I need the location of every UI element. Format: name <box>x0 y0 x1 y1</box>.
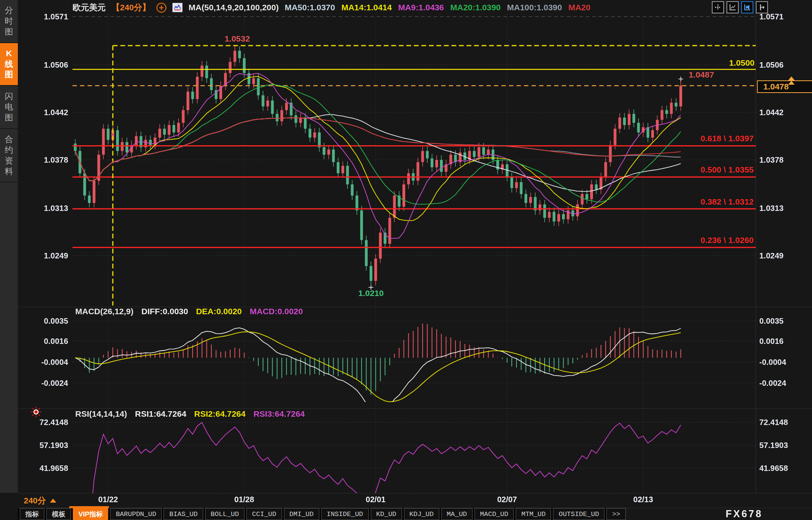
chart-header: 欧元美元 【240分】 MA(50,14,9,20,100,200) MA50:… <box>72 1 591 14</box>
ma-value-label: MA50:1.0370 <box>285 3 335 12</box>
tab-outside-ud[interactable]: OUTSIDE_UD <box>553 508 604 520</box>
interval-selector[interactable]: 240分 <box>24 495 56 506</box>
ma-value-label: MA14:1.0414 <box>341 3 392 12</box>
sidebar-item-label: 闪电图 <box>4 91 13 123</box>
interval-up-triangle-icon <box>50 499 56 503</box>
tab-boll-ud[interactable]: BOLL_UD <box>205 508 244 520</box>
ma-settings-label: MA(50,14,9,20,100,200) <box>189 3 279 12</box>
tab-bias-ud[interactable]: BIAS_UD <box>164 508 203 520</box>
indicator-chart-icon[interactable] <box>172 3 183 12</box>
tab-inside-ud[interactable]: INSIDE_UD <box>321 508 369 520</box>
tab-dmi-ud[interactable]: DMI_UD <box>284 508 319 520</box>
tab-cci-ud[interactable]: CCI_UD <box>246 508 282 520</box>
indicator-tab-bar: 指标模板VIP指标BARUPDN_UDBIAS_UDBOLL_UDCCI_UDD… <box>18 508 626 520</box>
sidebar-item-lightning-chart[interactable]: 闪电图 <box>0 86 18 129</box>
chart-type-sidebar: 分时图K线图闪电图合约资料 <box>0 0 18 493</box>
symbol-title: 欧元美元 <box>72 2 106 13</box>
tab--[interactable]: 模板 <box>46 508 71 520</box>
tab--[interactable]: >> <box>606 508 625 520</box>
ma-values-group: MA50:1.0370MA14:1.0414MA9:1.0436MA20:1.0… <box>285 3 591 12</box>
move-crosshair-icon[interactable] <box>712 1 724 13</box>
sidebar-item-contract-info[interactable]: 合约资料 <box>0 129 18 183</box>
plus-circle-icon[interactable] <box>156 3 166 13</box>
ma-value-label: MA9:1.0436 <box>398 3 444 12</box>
tab-kd-ud[interactable]: KD_UD <box>371 508 402 520</box>
ma-value-label: MA100:1.0390 <box>507 3 562 12</box>
sidebar-item-label: 分时图 <box>4 5 13 37</box>
sidebar-item-time-chart[interactable]: 分时图 <box>0 0 18 43</box>
tab-ma-ud[interactable]: MA_UD <box>441 508 473 520</box>
tab-vip-[interactable]: VIP指标 <box>73 508 108 520</box>
trading-app-window: 分时图K线图闪电图合约资料 欧元美元 【240分】 MA(50,14,9,20,… <box>0 0 812 520</box>
tab-kdj-ud[interactable]: KDJ_UD <box>404 508 439 520</box>
sidebar-item-label: K线图 <box>4 48 13 80</box>
ma-value-label: MA20:1.0390 <box>450 3 501 12</box>
chart-toolbar <box>712 1 768 13</box>
timeframe-label: 【240分】 <box>112 2 151 13</box>
sidebar-item-kline-chart[interactable]: K线图 <box>0 43 18 86</box>
tab--[interactable]: 指标 <box>20 508 44 520</box>
sidebar-item-label: 合约资料 <box>4 134 13 177</box>
tab-barupdn-ud[interactable]: BARUPDN_UD <box>110 508 162 520</box>
zoom-range-icon[interactable] <box>741 1 753 13</box>
chart-canvas[interactable] <box>0 0 812 520</box>
auto-scale-icon[interactable] <box>726 1 739 13</box>
axis-shift-icon[interactable] <box>756 1 768 13</box>
tab-mtm-ud[interactable]: MTM_UD <box>516 508 551 520</box>
tab-macd-ud[interactable]: MACD_UD <box>475 508 514 520</box>
interval-label: 240分 <box>24 495 46 506</box>
ma-value-label: MA20 <box>568 3 591 12</box>
